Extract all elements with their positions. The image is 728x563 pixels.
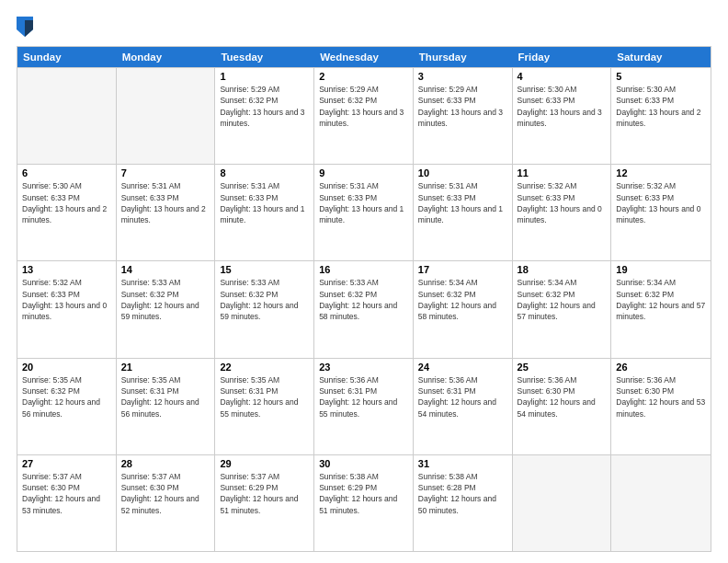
calendar-cell: 24Sunrise: 5:36 AMSunset: 6:31 PMDayligh… bbox=[414, 359, 513, 454]
calendar-header-cell: Monday bbox=[117, 47, 216, 67]
calendar-cell: 5Sunrise: 5:30 AMSunset: 6:33 PMDaylight… bbox=[611, 68, 711, 164]
cell-date: 14 bbox=[121, 264, 210, 275]
logo-icon bbox=[17, 17, 33, 37]
cell-date: 28 bbox=[121, 458, 210, 469]
cell-date: 27 bbox=[22, 458, 111, 469]
cell-info: Sunrise: 5:30 AMSunset: 6:33 PMDaylight:… bbox=[22, 180, 111, 225]
calendar-cell: 9Sunrise: 5:31 AMSunset: 6:33 PMDaylight… bbox=[314, 165, 414, 260]
calendar: SundayMondayTuesdayWednesdayThursdayFrid… bbox=[17, 46, 711, 552]
calendar-week: 6Sunrise: 5:30 AMSunset: 6:33 PMDaylight… bbox=[17, 164, 711, 260]
cell-info: Sunrise: 5:36 AMSunset: 6:30 PMDaylight:… bbox=[518, 374, 607, 419]
cell-date: 15 bbox=[220, 264, 309, 275]
cell-info: Sunrise: 5:29 AMSunset: 6:32 PMDaylight:… bbox=[220, 84, 309, 129]
cell-date: 19 bbox=[616, 264, 706, 275]
calendar-cell: 12Sunrise: 5:32 AMSunset: 6:33 PMDayligh… bbox=[611, 165, 711, 260]
cell-info: Sunrise: 5:34 AMSunset: 6:32 PMDaylight:… bbox=[518, 277, 607, 322]
calendar-cell: 19Sunrise: 5:34 AMSunset: 6:32 PMDayligh… bbox=[611, 261, 711, 357]
cell-date: 8 bbox=[220, 167, 309, 178]
cell-date: 2 bbox=[319, 71, 408, 82]
calendar-week: 20Sunrise: 5:35 AMSunset: 6:32 PMDayligh… bbox=[17, 358, 711, 454]
cell-date: 21 bbox=[121, 362, 210, 373]
calendar-body: 1Sunrise: 5:29 AMSunset: 6:32 PMDaylight… bbox=[17, 67, 711, 551]
calendar-cell: 17Sunrise: 5:34 AMSunset: 6:32 PMDayligh… bbox=[414, 261, 513, 357]
cell-info: Sunrise: 5:36 AMSunset: 6:31 PMDaylight:… bbox=[319, 374, 408, 419]
cell-info: Sunrise: 5:30 AMSunset: 6:33 PMDaylight:… bbox=[518, 84, 607, 129]
cell-info: Sunrise: 5:38 AMSunset: 6:28 PMDaylight:… bbox=[418, 471, 507, 516]
cell-info: Sunrise: 5:36 AMSunset: 6:30 PMDaylight:… bbox=[616, 374, 706, 419]
calendar-cell bbox=[17, 68, 117, 164]
cell-info: Sunrise: 5:29 AMSunset: 6:32 PMDaylight:… bbox=[319, 84, 408, 129]
calendar-cell: 18Sunrise: 5:34 AMSunset: 6:32 PMDayligh… bbox=[513, 261, 612, 357]
cell-date: 22 bbox=[220, 362, 309, 373]
calendar-cell: 27Sunrise: 5:37 AMSunset: 6:30 PMDayligh… bbox=[17, 455, 117, 551]
cell-info: Sunrise: 5:33 AMSunset: 6:32 PMDaylight:… bbox=[220, 277, 309, 322]
calendar-cell: 22Sunrise: 5:35 AMSunset: 6:31 PMDayligh… bbox=[215, 359, 314, 454]
cell-info: Sunrise: 5:36 AMSunset: 6:31 PMDaylight:… bbox=[418, 374, 507, 419]
calendar-cell: 8Sunrise: 5:31 AMSunset: 6:33 PMDaylight… bbox=[215, 165, 314, 260]
calendar-cell: 31Sunrise: 5:38 AMSunset: 6:28 PMDayligh… bbox=[414, 455, 513, 551]
calendar-cell: 28Sunrise: 5:37 AMSunset: 6:30 PMDayligh… bbox=[117, 455, 216, 551]
cell-info: Sunrise: 5:31 AMSunset: 6:33 PMDaylight:… bbox=[418, 180, 507, 225]
calendar-cell bbox=[117, 68, 216, 164]
calendar-cell: 21Sunrise: 5:35 AMSunset: 6:31 PMDayligh… bbox=[117, 359, 216, 454]
calendar-cell: 11Sunrise: 5:32 AMSunset: 6:33 PMDayligh… bbox=[513, 165, 612, 260]
cell-date: 5 bbox=[616, 71, 706, 82]
cell-date: 6 bbox=[22, 167, 111, 178]
cell-info: Sunrise: 5:30 AMSunset: 6:33 PMDaylight:… bbox=[616, 84, 706, 129]
cell-info: Sunrise: 5:34 AMSunset: 6:32 PMDaylight:… bbox=[616, 277, 706, 322]
calendar-header-cell: Thursday bbox=[414, 47, 513, 67]
calendar-header-cell: Tuesday bbox=[215, 47, 314, 67]
calendar-header-cell: Sunday bbox=[17, 47, 117, 67]
cell-info: Sunrise: 5:31 AMSunset: 6:33 PMDaylight:… bbox=[319, 180, 408, 225]
cell-info: Sunrise: 5:37 AMSunset: 6:29 PMDaylight:… bbox=[220, 471, 309, 516]
cell-date: 12 bbox=[616, 167, 706, 178]
cell-date: 3 bbox=[418, 71, 507, 82]
calendar-cell: 26Sunrise: 5:36 AMSunset: 6:30 PMDayligh… bbox=[611, 359, 711, 454]
calendar-cell: 10Sunrise: 5:31 AMSunset: 6:33 PMDayligh… bbox=[414, 165, 513, 260]
calendar-week: 1Sunrise: 5:29 AMSunset: 6:32 PMDaylight… bbox=[17, 67, 711, 164]
cell-info: Sunrise: 5:35 AMSunset: 6:31 PMDaylight:… bbox=[220, 374, 309, 419]
calendar-cell: 13Sunrise: 5:32 AMSunset: 6:33 PMDayligh… bbox=[17, 261, 117, 357]
cell-info: Sunrise: 5:31 AMSunset: 6:33 PMDaylight:… bbox=[220, 180, 309, 225]
page: SundayMondayTuesdayWednesdayThursdayFrid… bbox=[0, 0, 728, 563]
cell-info: Sunrise: 5:33 AMSunset: 6:32 PMDaylight:… bbox=[121, 277, 210, 322]
cell-date: 17 bbox=[418, 264, 507, 275]
cell-date: 10 bbox=[418, 167, 507, 178]
cell-info: Sunrise: 5:34 AMSunset: 6:32 PMDaylight:… bbox=[418, 277, 507, 322]
cell-date: 31 bbox=[418, 458, 507, 469]
calendar-cell bbox=[611, 455, 711, 551]
calendar-cell: 16Sunrise: 5:33 AMSunset: 6:32 PMDayligh… bbox=[314, 261, 414, 357]
calendar-header-cell: Friday bbox=[513, 47, 612, 67]
calendar-header: SundayMondayTuesdayWednesdayThursdayFrid… bbox=[17, 47, 711, 67]
cell-info: Sunrise: 5:32 AMSunset: 6:33 PMDaylight:… bbox=[518, 180, 607, 225]
calendar-cell: 1Sunrise: 5:29 AMSunset: 6:32 PMDaylight… bbox=[215, 68, 314, 164]
cell-date: 20 bbox=[22, 362, 111, 373]
cell-info: Sunrise: 5:29 AMSunset: 6:33 PMDaylight:… bbox=[418, 84, 507, 129]
calendar-cell: 29Sunrise: 5:37 AMSunset: 6:29 PMDayligh… bbox=[215, 455, 314, 551]
calendar-cell: 25Sunrise: 5:36 AMSunset: 6:30 PMDayligh… bbox=[513, 359, 612, 454]
calendar-cell: 7Sunrise: 5:31 AMSunset: 6:33 PMDaylight… bbox=[117, 165, 216, 260]
cell-info: Sunrise: 5:32 AMSunset: 6:33 PMDaylight:… bbox=[22, 277, 111, 322]
calendar-week: 13Sunrise: 5:32 AMSunset: 6:33 PMDayligh… bbox=[17, 260, 711, 357]
cell-date: 25 bbox=[518, 362, 607, 373]
cell-date: 1 bbox=[220, 71, 309, 82]
calendar-cell: 3Sunrise: 5:29 AMSunset: 6:33 PMDaylight… bbox=[414, 68, 513, 164]
cell-info: Sunrise: 5:35 AMSunset: 6:31 PMDaylight:… bbox=[121, 374, 210, 419]
cell-date: 13 bbox=[22, 264, 111, 275]
svg-marker-1 bbox=[25, 20, 33, 37]
cell-date: 9 bbox=[319, 167, 408, 178]
cell-info: Sunrise: 5:38 AMSunset: 6:29 PMDaylight:… bbox=[319, 471, 408, 516]
calendar-cell: 4Sunrise: 5:30 AMSunset: 6:33 PMDaylight… bbox=[513, 68, 612, 164]
cell-date: 26 bbox=[616, 362, 706, 373]
cell-info: Sunrise: 5:33 AMSunset: 6:32 PMDaylight:… bbox=[319, 277, 408, 322]
calendar-cell: 20Sunrise: 5:35 AMSunset: 6:32 PMDayligh… bbox=[17, 359, 117, 454]
calendar-cell bbox=[513, 455, 612, 551]
cell-date: 24 bbox=[418, 362, 507, 373]
calendar-cell: 2Sunrise: 5:29 AMSunset: 6:32 PMDaylight… bbox=[314, 68, 414, 164]
cell-info: Sunrise: 5:37 AMSunset: 6:30 PMDaylight:… bbox=[22, 471, 111, 516]
cell-info: Sunrise: 5:37 AMSunset: 6:30 PMDaylight:… bbox=[121, 471, 210, 516]
cell-date: 11 bbox=[518, 167, 607, 178]
cell-date: 16 bbox=[319, 264, 408, 275]
calendar-week: 27Sunrise: 5:37 AMSunset: 6:30 PMDayligh… bbox=[17, 454, 711, 551]
cell-info: Sunrise: 5:32 AMSunset: 6:33 PMDaylight:… bbox=[616, 180, 706, 225]
